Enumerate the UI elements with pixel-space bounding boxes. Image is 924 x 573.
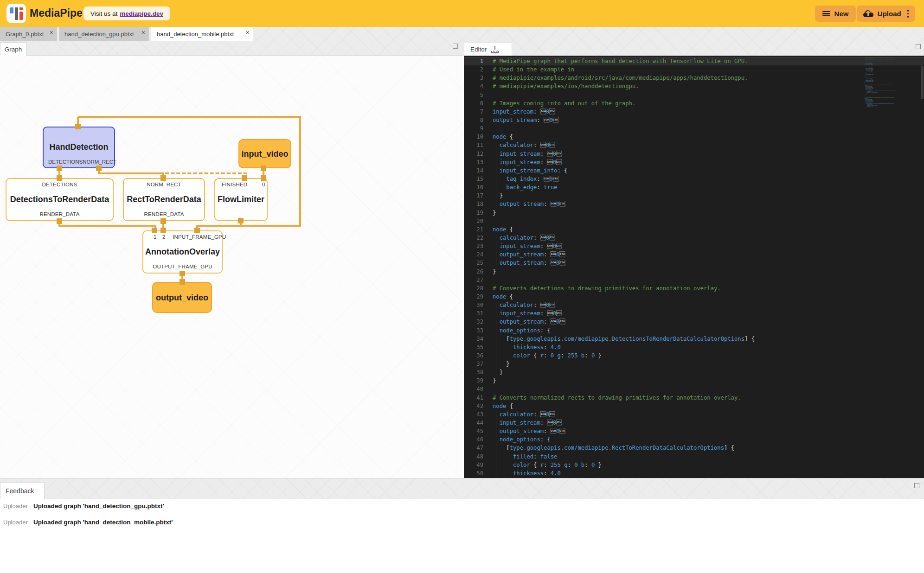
new-button-label: New <box>834 10 849 18</box>
node-input-port: 0 <box>262 182 265 187</box>
close-icon[interactable] <box>141 29 145 36</box>
node-title: input_video <box>239 149 290 159</box>
upload-menu-kebab-icon[interactable] <box>907 10 909 18</box>
file-tab-label: Graph_0.pbtxt <box>6 31 44 38</box>
file-tab-label: hand_detection_gpu.pbtxt <box>64 31 134 38</box>
file-tab-hand-detection-mobile[interactable]: hand_detection_mobile.pbtxt <box>151 27 253 41</box>
node-flow-limiter[interactable]: FINISHED 0 FlowLimiter <box>214 178 268 221</box>
node-input-port: DETECTIONS <box>6 182 113 187</box>
close-icon[interactable] <box>50 29 53 36</box>
editor-panel-tab[interactable]: Editor <box>464 43 512 56</box>
feedback-entry: Uploader Uploaded graph 'hand_detection_… <box>0 519 924 529</box>
node-input-port: INPUT_FRAME_GPU <box>173 234 226 240</box>
graph-panel-tab-label: Graph <box>5 46 22 53</box>
node-output-port: RENDER_DATA <box>6 211 113 217</box>
node-input-port: 2 <box>162 234 166 240</box>
new-button[interactable]: New <box>815 6 856 22</box>
mediapipe-visualizer: MediaPipe Visit us at mediapipe.dev New … <box>0 0 924 573</box>
feedback-source: Uploader <box>3 503 28 509</box>
node-annotation-overlay[interactable]: 1 2 INPUT_FRAME_GPU AnnotationOverlay OU… <box>142 230 223 274</box>
visit-pill: Visit us at mediapipe.dev <box>83 6 170 20</box>
download-icon[interactable] <box>491 46 499 53</box>
node-title: output_video <box>153 293 211 303</box>
node-output-ports: DETECTIONS NORM_RECT <box>44 159 114 165</box>
node-title: RectToRenderData <box>124 195 204 204</box>
app-title: MediaPipe <box>30 7 83 19</box>
graph-expand-icon[interactable] <box>453 44 458 49</box>
feedback-tab[interactable]: Feedback <box>0 482 45 499</box>
node-title: DetectionsToRenderData <box>6 195 113 204</box>
hamburger-icon <box>822 11 830 17</box>
file-tab-hand-detection-gpu[interactable]: hand_detection_gpu.pbtxt <box>59 27 149 41</box>
feedback-entry: Uploader Uploaded graph 'hand_detection_… <box>0 503 924 513</box>
file-tab-label: hand_detection_mobile.pbtxt <box>157 31 234 38</box>
visit-link[interactable]: mediapipe.dev <box>120 10 163 17</box>
node-input-video[interactable]: input_video <box>238 139 291 168</box>
node-output-port: RENDER_DATA <box>124 211 204 217</box>
close-icon[interactable] <box>246 29 250 36</box>
feedback-tab-label: Feedback <box>6 487 34 495</box>
cloud-upload-icon <box>863 10 873 17</box>
minimap-content: # MediaPipe graph that performs hand det… <box>865 57 917 108</box>
visit-prefix: Visit us at <box>90 10 117 17</box>
node-rect-to-render-data[interactable]: NORM_RECT RectToRenderData RENDER_DATA <box>123 178 205 221</box>
graph-canvas[interactable]: HandDetection DETECTIONS NORM_RECT input… <box>0 55 462 478</box>
editor-panel-tab-label: Editor <box>470 46 487 53</box>
file-tab-graph-0[interactable]: Graph_0.pbtxt <box>0 27 57 41</box>
editor-expand-icon[interactable] <box>916 44 921 49</box>
mediapipe-logo-icon <box>6 4 26 23</box>
editor-minimap[interactable]: # MediaPipe graph that performs hand det… <box>865 57 917 474</box>
node-detections-to-render-data[interactable]: DETECTIONS DetectionsToRenderData RENDER… <box>6 178 114 221</box>
node-hand-detection[interactable]: HandDetection DETECTIONS NORM_RECT <box>43 127 115 168</box>
node-title: FlowLimiter <box>215 195 267 204</box>
feedback-source: Uploader <box>3 519 28 526</box>
node-output-port: OUTPUT_FRAME_GPU <box>143 264 222 269</box>
feedback-expand-icon[interactable] <box>914 483 919 488</box>
feedback-message: Uploaded graph 'hand_detection_mobile.pb… <box>33 519 173 526</box>
node-output-video[interactable]: output_video <box>152 282 212 313</box>
node-input-port: NORM_RECT <box>124 182 204 187</box>
graph-panel-tab[interactable]: Graph <box>0 42 26 56</box>
code-editor[interactable]: 1# MediaPipe graph that performs hand de… <box>464 56 924 478</box>
code-lines: 1# MediaPipe graph that performs hand de… <box>464 57 924 478</box>
feedback-message: Uploaded graph 'hand_detection_gpu.pbtxt… <box>33 503 164 509</box>
editor-scrollbar[interactable] <box>921 66 924 99</box>
feedback-strip <box>0 478 924 499</box>
upload-button[interactable]: Upload <box>857 6 915 22</box>
app-header: MediaPipe Visit us at mediapipe.dev New … <box>0 0 924 27</box>
node-input-port: 1 <box>154 234 157 240</box>
node-title: AnnotationOverlay <box>143 247 222 257</box>
upload-button-label: Upload <box>878 10 901 18</box>
node-input-port: FINISHED <box>222 182 247 187</box>
node-title: HandDetection <box>44 142 114 152</box>
